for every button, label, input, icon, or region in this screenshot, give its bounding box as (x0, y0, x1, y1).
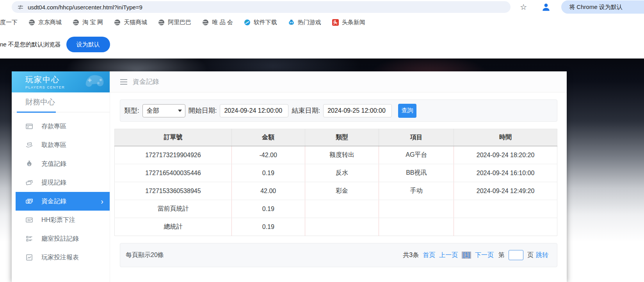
sidebar-header: 玩家中心 PLAYERS CENTER (12, 71, 110, 92)
bookmark-item[interactable]: 天猫商城 (114, 19, 147, 26)
sidebar: 玩家中心 PLAYERS CENTER 財務中心 (12, 71, 110, 282)
lottery-icon (25, 216, 33, 224)
type-select[interactable]: 全部 (142, 104, 185, 117)
sidebar-item-recharge[interactable]: ¥ 充值記錄 (16, 154, 110, 173)
col-amount: 金額 (231, 129, 305, 146)
table-row: 1727173219904926 -42.00 额度转出 AG平台 2024-0… (115, 146, 557, 164)
address-bar[interactable]: usdt04.com/hhcp/usercenter.html?iniType=… (12, 1, 511, 13)
cashout-icon (25, 179, 33, 186)
next-page-link[interactable]: 下一页 (475, 251, 494, 259)
sidebar-item-funds-active[interactable]: 資金記錄 › (16, 192, 110, 211)
col-order-no: 訂單號 (115, 129, 232, 146)
jump-label-post: 页 (527, 251, 534, 259)
table-header: 訂單號 金額 類型 項目 時間 (115, 129, 557, 146)
first-page-link[interactable]: 首页 (423, 251, 435, 259)
table-row-page-summary: 當前頁統計 0.19 (115, 200, 557, 218)
filter-bar: 類型: 全部 開始日期: 結束日期: 查詢 (120, 99, 557, 122)
bookmark-label: 天猫商城 (124, 19, 147, 26)
hamburger-icon[interactable] (120, 78, 128, 85)
table-row: 1727165400035446 0.19 反水 BB视讯 2024-09-24… (115, 164, 557, 182)
sidebar-item-label: 存款專區 (41, 122, 66, 131)
sidebar-item-deposit[interactable]: 存款專區 (16, 117, 110, 136)
bookmark-item[interactable]: 阿里巴巴 (158, 19, 191, 26)
site-settings-icon[interactable] (17, 4, 24, 11)
profile-icon[interactable] (541, 2, 551, 12)
player-center-panel: 玩家中心 PLAYERS CENTER 財務中心 (12, 71, 567, 282)
withdraw-icon (25, 141, 33, 149)
screen: usdt04.com/hhcp/usercenter.html?iniType=… (0, 0, 644, 282)
page-jump-input[interactable] (509, 250, 523, 260)
col-time: 時間 (454, 129, 557, 146)
sidebar-item-label: 玩家投注報表 (41, 254, 79, 262)
bookmark-label: 唯 品 会 (212, 19, 233, 26)
pagination-bar: 每頁顯示20條 共3条 首页 上一页 [1] 下一页 第 页 跳转 (120, 243, 557, 267)
table-row-total-summary: 總統計 0.19 (115, 218, 557, 236)
type-label: 類型: (124, 106, 139, 115)
bookmark-item[interactable]: 软件下载 (244, 19, 277, 26)
main-content: 資金記錄 類型: 全部 開始日期: 結束日期: (110, 71, 567, 282)
svg-text:¥: ¥ (28, 163, 30, 167)
page-title: 資金記錄 (133, 77, 159, 86)
gamepad-icon (82, 73, 107, 92)
sidebar-nav: 存款專區 取款專區 ¥ 充值記錄 提現記錄 (12, 112, 110, 267)
globe-icon (158, 19, 165, 26)
notice-text: ne 不是您的默认浏览器 (0, 41, 61, 48)
total-count: 共3条 (403, 251, 419, 259)
deposit-icon (25, 122, 33, 130)
bookmark-label: 京东商城 (38, 19, 62, 26)
bookmark-label: 热门游戏 (298, 19, 321, 26)
sidebar-item-withdraw[interactable]: 取款專區 (16, 136, 110, 154)
bookmark-label: 软件下载 (254, 19, 277, 26)
funds-table: 訂單號 金額 類型 項目 時間 1727173219904926 -42.00 (114, 129, 557, 236)
globe-icon (114, 19, 121, 26)
software-globe-icon (244, 19, 251, 26)
bookmarks-bar: 度一下 京东商城 淘 宝 网 天猫商城 阿里巴巴 唯 品 会 软件下载 热门游 (0, 14, 644, 30)
main-body: 類型: 全部 開始日期: 結束日期: 查詢 (110, 92, 567, 267)
page-size-text: 每頁顯示20條 (126, 251, 164, 259)
chrome-set-default-button[interactable]: 将 Chrome 设为默认 (561, 0, 644, 14)
recharge-icon: ¥ (25, 160, 33, 168)
url-text[interactable]: usdt04.com/hhcp/usercenter.html?iniType=… (28, 4, 142, 11)
browser-toolbar: usdt04.com/hhcp/usercenter.html?iniType=… (0, 0, 644, 14)
bookmark-item[interactable]: 淘 宝 网 (73, 19, 103, 26)
current-page: [1] (462, 252, 471, 259)
sidebar-item-label: 提現記錄 (41, 179, 66, 187)
sidebar-item-label: 取款專區 (41, 141, 66, 149)
content-header: 資金記錄 (110, 71, 567, 92)
globe-icon (202, 19, 209, 26)
sidebar-item-label: 資金記錄 (41, 197, 66, 206)
bookmark-item[interactable]: 京东商城 (28, 19, 62, 26)
sidebar-item-bet-report[interactable]: 玩家投注報表 (16, 248, 110, 267)
end-date-label: 結束日期: (292, 106, 320, 115)
bookmark-item[interactable]: 度一下 (0, 19, 18, 26)
bookmark-item[interactable]: 唯 品 会 (202, 19, 233, 26)
bookmark-label: 度一下 (0, 19, 18, 26)
sidebar-item-hall-records[interactable]: 廳室投註記錄 (16, 229, 110, 248)
sidebar-item-lottery-bets[interactable]: HH彩票下注 (16, 211, 110, 229)
bookmark-star-icon[interactable]: ☆ (520, 3, 527, 11)
jump-button[interactable]: 跳转 (536, 251, 548, 259)
end-date-input[interactable] (323, 104, 392, 117)
sidebar-item-label: 充值記錄 (41, 160, 66, 168)
table-row: 1727153360538945 42.00 彩金 手动 2024-09-24 … (115, 182, 557, 200)
search-button[interactable]: 查詢 (398, 104, 416, 118)
report-icon (25, 254, 33, 261)
prev-page-link[interactable]: 上一页 (439, 251, 458, 259)
start-date-label: 開始日期: (189, 106, 217, 115)
col-type: 類型 (305, 129, 379, 146)
globe-icon (28, 19, 35, 26)
start-date-input[interactable] (220, 104, 288, 117)
bookmark-label: 头条新闻 (342, 19, 365, 26)
hall-record-icon (25, 235, 33, 243)
toutiao-icon: 头 (332, 19, 339, 26)
bookmark-item[interactable]: 头 头条新闻 (332, 19, 365, 26)
funds-icon (25, 197, 33, 205)
bookmark-label: 淘 宝 网 (82, 19, 103, 26)
col-item: 項目 (379, 129, 454, 146)
bookmark-item[interactable]: 热门游戏 (288, 19, 321, 26)
sidebar-item-cashout[interactable]: 提現記錄 (16, 173, 110, 192)
set-default-button[interactable]: 设为默认 (66, 37, 110, 52)
bookmark-label: 阿里巴巴 (168, 19, 191, 26)
sidebar-section-title: 財務中心 (12, 92, 110, 112)
jump-label-pre: 第 (498, 251, 505, 259)
